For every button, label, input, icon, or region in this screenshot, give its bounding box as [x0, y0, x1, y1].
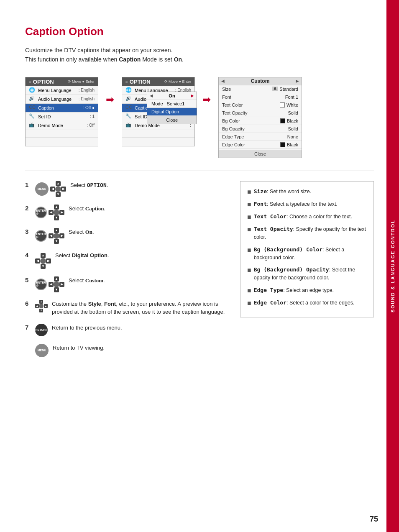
up-arrow[interactable]: ▲: [56, 181, 61, 186]
menu2-title: OPTION: [130, 79, 151, 85]
set-icon: 🔧: [29, 113, 36, 120]
popup-close: Close: [147, 116, 197, 124]
left-arrow-3[interactable]: ◀: [49, 233, 54, 238]
globe-icon-2: 🌐: [125, 87, 132, 94]
step-1-icons: MENU ▲ ▼ ◀ ▶: [35, 181, 66, 197]
step-3-on-text: On: [85, 229, 92, 235]
menu1-row-audio-lang: 🔊 Audio Language : English: [26, 95, 98, 104]
nav-arrows-5[interactable]: ▲ ▼ ◀ ▶: [49, 276, 64, 292]
info-item-text-color: ■ Text Color: Choose a color for the tex…: [247, 212, 367, 221]
enter-button-2[interactable]: ENTER⊙: [35, 207, 47, 218]
menu2-nav: ⟳ Move ● Enter: [164, 79, 191, 84]
step-3-text: Select On.: [69, 228, 94, 236]
nav-arrows-4[interactable]: ▲ ▼ ◀ ▶: [35, 253, 51, 269]
nav-arrows-3[interactable]: ▲ ▼ ◀ ▶: [49, 228, 64, 244]
step-1: 1 MENU ▲ ▼ ◀ ▶ Select OPTION.: [25, 181, 228, 197]
section-divider: [25, 171, 374, 171]
steps-area: 1 MENU ▲ ▼ ◀ ▶ Select OPTION. 2: [25, 181, 374, 365]
info-text-bg-color: Bg (Background) Color: Select a backgrou…: [254, 246, 367, 262]
info-item-size: ■ Size: Set the word size.: [247, 187, 367, 196]
sp-row-bg-color: Bg Color Black: [219, 117, 302, 125]
center-btn-4[interactable]: [40, 258, 46, 264]
left-arrow-6[interactable]: ◀: [35, 304, 39, 308]
step-7: 7 RETURN Return to the previous menu.: [25, 324, 228, 336]
step-3-icons: ENTER⊙ ▲ ▼ ◀ ▶: [35, 228, 64, 244]
up-arrow-6[interactable]: ▲: [39, 300, 43, 304]
info-text-edge-type: Edge Type: Select an edge type.: [254, 286, 334, 294]
nav-arrows-2[interactable]: ▲ ▼ ◀ ▶: [49, 205, 64, 220]
step-3: 3 ENTER⊙ ▲ ▼ ◀ ▶ Select On.: [25, 228, 228, 244]
up-arrow-3[interactable]: ▲: [54, 228, 59, 233]
sp-row-text-opacity: Text Opacity Solid: [219, 109, 302, 117]
info-item-text-opacity: ■ Text Opacity: Specify the opacity for …: [247, 225, 367, 241]
step-8-icons: MENU: [35, 344, 49, 357]
right-arrow[interactable]: ▶: [61, 187, 66, 192]
steps-left: 1 MENU ▲ ▼ ◀ ▶ Select OPTION. 2: [25, 181, 228, 365]
sp-arrow-right: ▶: [296, 79, 299, 83]
menu1-footer: [26, 138, 98, 146]
down-arrow-2[interactable]: ▼: [54, 215, 59, 220]
intro-line1: Customize the DTV captions that appear o…: [25, 47, 173, 54]
up-arrow-5[interactable]: ▲: [54, 276, 59, 281]
menu1-row-demo: 📺 Demo Mode : Off: [26, 121, 98, 130]
step-4-text: Select Digital Option.: [55, 251, 109, 260]
intro-on-bold: On: [174, 56, 182, 63]
right-arrow-3[interactable]: ▶: [59, 233, 64, 238]
down-arrow-6[interactable]: ▼: [39, 309, 43, 312]
globe-icon: 🌐: [29, 87, 36, 94]
step-4-icons: ▲ ▼ ◀ ▶: [35, 251, 51, 269]
nav-arrows-1[interactable]: ▲ ▼ ◀ ▶: [50, 181, 66, 197]
popup-arrow-left: ◀: [150, 93, 153, 98]
bg-color-swatch: [280, 118, 285, 123]
step-4-num: 4: [25, 251, 31, 258]
center-btn-2[interactable]: [54, 210, 59, 215]
step-1-option-text: OPTION: [87, 182, 107, 188]
step-6-icons: ▲ ▼ ◀ ▶: [35, 300, 48, 312]
page-title: Caption Option: [25, 25, 374, 38]
center-btn-5[interactable]: [54, 281, 59, 287]
right-arrow-5[interactable]: ▶: [59, 282, 64, 287]
diagram-area: ≡ OPTION ⟳ Move ● Enter 🌐 Menu Language …: [25, 77, 374, 158]
menu1-row-setid: 🔧 Set ID : 1: [26, 113, 98, 121]
up-arrow-2[interactable]: ▲: [54, 205, 59, 210]
up-arrow-4[interactable]: ▲: [41, 253, 46, 258]
popup-mode-row: Mode Service1: [147, 100, 197, 108]
right-arrow-6[interactable]: ▶: [44, 304, 48, 308]
popup-box: ◀ On ▶ Mode Service1 Digital Option Clos…: [147, 92, 197, 124]
down-arrow-5[interactable]: ▼: [54, 287, 59, 292]
sp-close-btn: Close: [219, 150, 302, 158]
down-arrow-3[interactable]: ▼: [54, 239, 59, 244]
page-number: 75: [370, 515, 378, 524]
bullet-bg-opacity: ■: [247, 266, 251, 274]
step-6: 6 ▲ ▼ ◀ ▶ Customize the Style, Font, etc…: [25, 300, 228, 316]
left-arrow[interactable]: ◀: [50, 187, 55, 192]
set-icon-2: 🔧: [125, 113, 132, 120]
down-arrow-4[interactable]: ▼: [41, 264, 46, 269]
left-arrow-5[interactable]: ◀: [49, 282, 54, 287]
right-arrow-4[interactable]: ▶: [46, 258, 51, 263]
left-arrow-2[interactable]: ◀: [49, 210, 54, 215]
center-btn-6[interactable]: [39, 304, 43, 308]
center-btn[interactable]: [55, 186, 61, 192]
enter-button-5[interactable]: ENTER⊙: [35, 279, 47, 290]
step-3-num: 3: [25, 228, 31, 235]
right-arrow-2[interactable]: ▶: [59, 210, 64, 215]
step-7-icons: RETURN: [35, 324, 48, 336]
return-button-7[interactable]: RETURN: [35, 324, 48, 336]
menu-button-8[interactable]: MENU: [35, 344, 49, 357]
sp-arrow-left: ◀: [221, 79, 225, 83]
menu1-header: ≡ OPTION ⟳ Move ● Enter: [26, 77, 98, 86]
bullet-edge-type: ■: [247, 286, 251, 294]
down-arrow[interactable]: ▼: [56, 192, 61, 197]
step-6-style-text: Style: [88, 301, 101, 307]
nav-arrows-ud-6[interactable]: ▲ ▼ ◀ ▶: [35, 300, 48, 312]
left-arrow-4[interactable]: ◀: [35, 258, 40, 263]
step-4-digital-option-text: Digital Option: [72, 252, 107, 258]
intro-line2-pre: This function in only available when: [25, 56, 119, 63]
bullet-font: ■: [247, 200, 251, 208]
sp-header-val: Custom: [226, 78, 294, 84]
center-btn-3[interactable]: [54, 233, 59, 239]
menu-button-1[interactable]: MENU: [35, 182, 49, 196]
enter-button-3[interactable]: ENTER⊙: [35, 230, 47, 242]
step-7-num: 7: [25, 324, 31, 331]
